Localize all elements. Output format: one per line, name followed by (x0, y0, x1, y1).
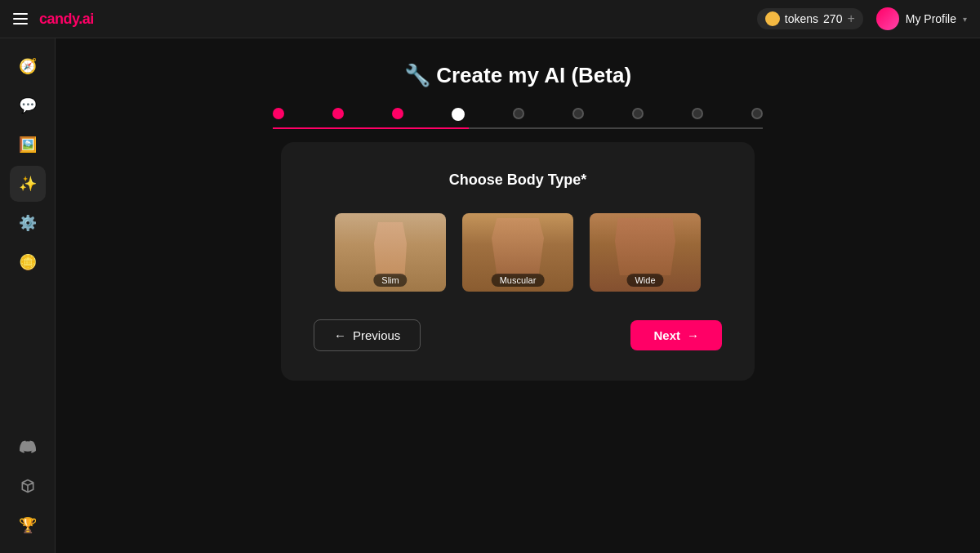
slim-label: Slim (373, 274, 407, 287)
arrow-right-icon: → (687, 328, 699, 342)
previous-label: Previous (353, 328, 400, 342)
progress-dot-3 (392, 108, 403, 119)
body-type-card: Choose Body Type* Slim Muscular (281, 142, 755, 381)
progress-bar (273, 108, 763, 123)
progress-fill (273, 127, 469, 129)
card-actions: ← Previous Next → (314, 319, 722, 351)
app-logo: candy.ai (39, 11, 94, 28)
topnav-left: candy.ai (13, 11, 94, 28)
progress-dot-1 (273, 108, 284, 119)
body-type-muscular[interactable]: Muscular (461, 212, 575, 293)
progress-dots (273, 108, 763, 121)
content-area: 🔧 Create my AI (Beta) Choose Body Type* (56, 38, 980, 553)
muscular-label: Muscular (492, 274, 545, 287)
next-button[interactable]: Next → (630, 320, 722, 350)
sidebar-item-discover[interactable]: 🧭 (10, 48, 46, 84)
progress-dot-7 (632, 108, 644, 119)
progress-dot-9 (751, 108, 763, 119)
main-layout: 🧭 💬 🖼️ ✨ ⚙️ 🪙 🏆 🔧 Create my AI (Beta) (0, 38, 980, 553)
slim-torso (370, 222, 411, 275)
sidebar-item-create[interactable]: ✨ (10, 166, 46, 202)
profile-label: My Profile (906, 12, 956, 25)
sidebar-item-leaderboard[interactable]: 🏆 (10, 507, 46, 543)
tokens-label: tokens (785, 12, 818, 25)
sidebar-item-referral[interactable] (10, 468, 46, 504)
arrow-left-icon: ← (334, 328, 346, 342)
muscular-torso (492, 218, 544, 275)
page-title: 🔧 Create my AI (Beta) (404, 63, 631, 88)
card-title: Choose Body Type* (314, 172, 722, 189)
profile-button[interactable]: My Profile ▾ (876, 7, 967, 30)
topnav-right: tokens 270 + My Profile ▾ (757, 7, 967, 30)
sidebar-item-settings[interactable]: ⚙️ (10, 205, 46, 241)
progress-track (273, 127, 763, 129)
progress-dot-5 (513, 108, 524, 119)
wide-torso (615, 218, 675, 275)
body-type-slim[interactable]: Slim (333, 212, 448, 293)
body-type-options: Slim Muscular Wide (314, 212, 722, 293)
sidebar: 🧭 💬 🖼️ ✨ ⚙️ 🪙 🏆 (0, 38, 56, 553)
sidebar-item-discord[interactable] (10, 429, 46, 465)
tokens-badge[interactable]: tokens 270 + (757, 8, 863, 29)
next-label: Next (653, 328, 680, 342)
progress-dot-8 (692, 108, 703, 119)
avatar (876, 7, 899, 30)
add-tokens-button[interactable]: + (847, 11, 854, 26)
tokens-count: 270 (823, 12, 842, 25)
token-coin-icon (765, 11, 780, 26)
previous-button[interactable]: ← Previous (314, 319, 421, 351)
wide-label: Wide (626, 274, 663, 287)
sidebar-item-photos[interactable]: 🖼️ (10, 127, 46, 163)
progress-dot-4 (452, 108, 465, 121)
menu-button[interactable] (13, 13, 28, 25)
body-type-wide[interactable]: Wide (588, 212, 702, 293)
chevron-down-icon: ▾ (963, 15, 967, 24)
topnav: candy.ai tokens 270 + My Profile ▾ (0, 0, 980, 38)
sidebar-item-chat[interactable]: 💬 (10, 87, 46, 123)
progress-dot-6 (572, 108, 584, 119)
progress-dot-2 (332, 108, 344, 119)
sidebar-item-tokens[interactable]: 🪙 (10, 244, 46, 280)
